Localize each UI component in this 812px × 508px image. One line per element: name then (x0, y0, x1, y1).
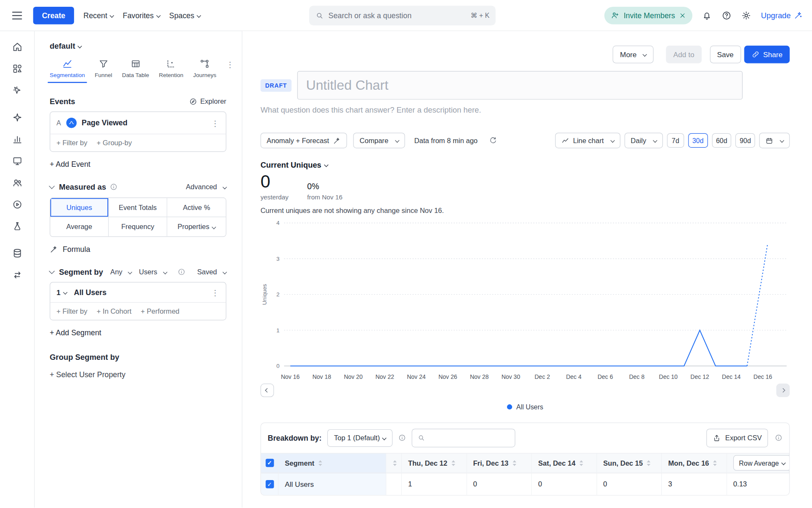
add-to-button[interactable]: Add to (666, 46, 702, 64)
collapse-chevron-icon[interactable] (49, 268, 55, 274)
refresh-icon[interactable] (489, 136, 497, 145)
tab-data-table[interactable]: Data Table (122, 58, 149, 83)
col-sat-dec-14[interactable]: Sat, Dec 14 (532, 453, 597, 472)
segment-index[interactable]: 1 (56, 288, 66, 297)
explorer-button[interactable]: Explorer (189, 97, 227, 106)
nav-ai-assistant[interactable] (7, 108, 27, 127)
chart-type-selector[interactable]: Line chart (555, 133, 620, 148)
save-button[interactable]: Save (710, 46, 741, 64)
more-button[interactable]: More (613, 46, 654, 64)
measure-event-totals[interactable]: Event Totals (109, 198, 167, 217)
range-30d[interactable]: 30d (688, 133, 708, 148)
sort-icon[interactable] (318, 460, 323, 467)
close-icon[interactable] (679, 12, 686, 19)
tab-retention[interactable]: Retention (159, 58, 184, 83)
add-segment-button[interactable]: + Add Segment (50, 329, 227, 337)
measure-frequency[interactable]: Frequency (109, 217, 167, 236)
tab-segmentation[interactable]: Segmentation (50, 58, 85, 83)
nav-audiences[interactable] (7, 173, 27, 192)
workspace-selector[interactable]: default (50, 41, 227, 50)
collapse-chevron-icon[interactable] (49, 183, 55, 189)
measure-average[interactable]: Average (50, 217, 109, 236)
nav-home[interactable] (7, 37, 27, 56)
help-icon[interactable] (721, 10, 732, 20)
select-all-checkbox[interactable]: ✓ (266, 459, 274, 467)
nav-data-sources[interactable] (7, 244, 27, 262)
segment-users-dropdown[interactable]: Users (139, 268, 167, 276)
row-checkbox[interactable]: ✓ (266, 480, 274, 488)
segment-filter-by[interactable]: + Filter by (56, 307, 87, 315)
hamburger-icon[interactable] (10, 8, 24, 22)
event-filter-by[interactable]: + Filter by (56, 139, 87, 146)
sort-icon[interactable] (512, 460, 517, 467)
col-segment[interactable]: Segment (279, 453, 387, 472)
measure-properties[interactable]: Properties (167, 217, 226, 236)
more-tabs-icon[interactable]: ⋮ (226, 61, 235, 68)
segment-any-dropdown[interactable]: Any (110, 268, 132, 276)
anomaly-forecast-button[interactable]: Anomaly + Forecast (261, 133, 347, 148)
formula-button[interactable]: Formula (50, 245, 227, 254)
breakdown-search-input[interactable] (430, 434, 510, 442)
metric-selector[interactable]: Current Uniques (261, 160, 328, 169)
segment-menu-icon[interactable]: ⋮ (211, 288, 220, 296)
segment-in-cohort[interactable]: + In Cohort (97, 307, 132, 315)
range-7d[interactable]: 7d (667, 133, 684, 148)
col-fri-dec-13[interactable]: Fri, Dec 13 (467, 453, 532, 472)
nav-experiments[interactable] (7, 217, 27, 235)
compare-button[interactable]: Compare (354, 133, 405, 148)
breakdown-search[interactable] (412, 428, 516, 447)
sort-icon[interactable] (647, 460, 651, 467)
col-thu-dec-12[interactable]: Thu, Dec 12 (402, 453, 467, 472)
select-user-property-button[interactable]: + Select User Property (50, 371, 227, 379)
nav-integrations[interactable] (7, 265, 27, 284)
invite-members-button[interactable]: Invite Members (604, 6, 692, 24)
chart-description-placeholder[interactable]: What question does this chart answer? En… (261, 105, 790, 114)
add-event-button[interactable]: + Add Event (50, 160, 227, 168)
nav-ask-ai[interactable] (7, 81, 27, 99)
segment-name[interactable]: All Users (74, 288, 206, 297)
tab-funnel[interactable]: Funnel (95, 58, 112, 83)
advanced-dropdown[interactable]: Advanced (186, 183, 227, 190)
nav-data-objects[interactable] (7, 59, 27, 78)
spaces-menu[interactable]: Spaces (169, 11, 200, 19)
range-90d[interactable]: 90d (735, 133, 755, 148)
chart-legend[interactable]: All Users (261, 403, 790, 411)
recent-menu[interactable]: Recent (83, 11, 113, 19)
saved-dropdown[interactable]: Saved (197, 268, 226, 276)
date-range-picker[interactable] (759, 133, 790, 148)
breakdown-top-selector[interactable]: Top 1 (Default) (327, 429, 393, 447)
row-segment-name[interactable]: All Users (279, 472, 387, 495)
favorites-menu[interactable]: Favorites (123, 11, 160, 19)
event-group-by[interactable]: + Group-by (97, 139, 132, 146)
nav-charts[interactable] (7, 130, 27, 148)
col-mon-dec-16[interactable]: Mon, Dec 16 (662, 453, 727, 472)
create-button[interactable]: Create (33, 6, 74, 24)
global-search[interactable]: ⌘ + K (309, 6, 496, 25)
measure-active-pct[interactable]: Active % (167, 198, 226, 217)
col-sun-dec-15[interactable]: Sun, Dec 15 (597, 453, 662, 472)
scroll-right-button[interactable] (776, 384, 790, 397)
row-average-selector[interactable]: Row Average (733, 455, 790, 471)
chart-title-input[interactable] (297, 71, 743, 99)
scroll-left-button[interactable] (261, 384, 274, 397)
share-button[interactable]: Share (744, 46, 790, 64)
col-truncated[interactable] (386, 453, 402, 472)
upgrade-link[interactable]: Upgrade (761, 11, 803, 20)
segment-performed[interactable]: + Performed (141, 307, 179, 315)
sort-icon[interactable] (451, 460, 455, 467)
event-menu-icon[interactable]: ⋮ (211, 119, 220, 127)
export-csv-button[interactable]: Export CSV (707, 428, 768, 447)
tab-journeys[interactable]: Journeys (193, 58, 217, 83)
event-name[interactable]: Page Viewed (82, 119, 206, 127)
sort-icon[interactable] (579, 460, 584, 467)
measure-uniques[interactable]: Uniques (50, 198, 109, 217)
bell-icon[interactable] (702, 10, 712, 20)
sort-icon[interactable] (713, 460, 717, 467)
granularity-selector[interactable]: Daily (625, 133, 663, 148)
range-60d[interactable]: 60d (712, 133, 731, 148)
nav-dashboards[interactable] (7, 152, 27, 170)
sort-icon[interactable] (392, 460, 397, 467)
search-input[interactable] (329, 11, 466, 19)
gear-icon[interactable] (741, 10, 752, 20)
line-chart[interactable]: 01234UniquesNov 16Nov 18Nov 20Nov 22Nov … (261, 218, 790, 382)
